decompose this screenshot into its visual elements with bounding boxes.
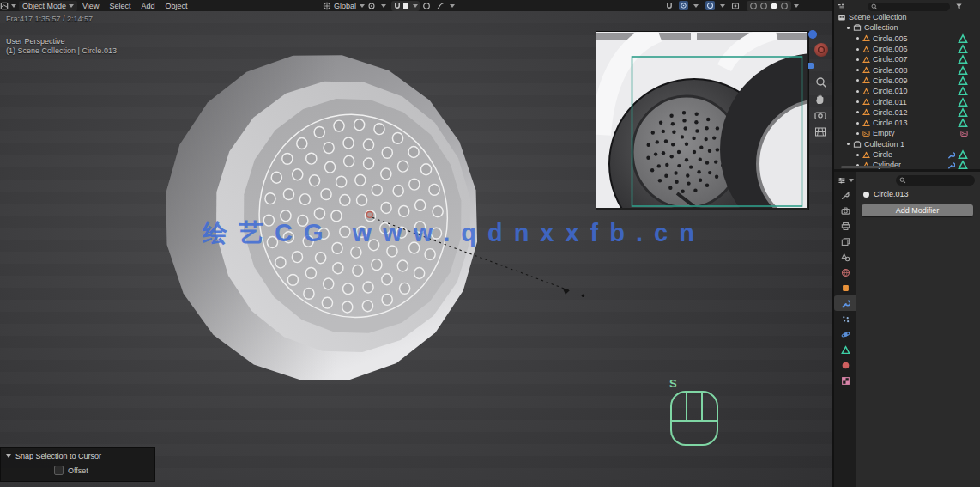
outliner-editor-icon[interactable]	[837, 3, 845, 11]
outliner-row-circle-011[interactable]: Circle.011	[834, 96, 980, 107]
mesh-data-icon[interactable]	[958, 107, 968, 118]
mesh-data-icon[interactable]	[958, 44, 968, 54]
tab-output[interactable]	[834, 218, 856, 234]
disclosure-dot[interactable]	[856, 90, 859, 93]
wrench-icon	[841, 299, 850, 308]
mesh-data-icon[interactable]	[958, 86, 968, 96]
tab-tool[interactable]	[834, 187, 856, 203]
tab-texture[interactable]	[834, 373, 856, 388]
add-modifier-button[interactable]: Add Modifier	[862, 204, 973, 216]
tab-particles[interactable]	[834, 311, 856, 326]
outliner-row-circle-006[interactable]: Circle.006	[834, 44, 980, 54]
menu-select[interactable]: Select	[109, 2, 130, 10]
image-data-icon[interactable]	[960, 130, 968, 137]
tab-scene[interactable]	[834, 249, 856, 265]
disclosure-dot[interactable]	[856, 79, 859, 82]
3d-viewport[interactable]: Fra:417 1:35:57 / 2:14:57 User Perspecti…	[0, 11, 832, 487]
disclosure-dot[interactable]	[856, 111, 859, 113]
transform-orientation-icon[interactable]	[323, 2, 331, 10]
mesh-data-icon[interactable]	[958, 149, 968, 160]
axis-gizmo-blue[interactable]	[808, 30, 817, 39]
outliner-search-input[interactable]	[868, 3, 950, 11]
outliner-row-collection[interactable]: Collection	[834, 22, 980, 33]
axis-gizmo-red[interactable]	[814, 43, 828, 57]
snap-magnet-icon[interactable]	[665, 2, 674, 10]
camera-view-dot[interactable]	[808, 63, 814, 69]
menu-object[interactable]: Object	[165, 2, 187, 10]
properties-editor-icon[interactable]	[838, 176, 846, 185]
disclosure-dot[interactable]	[856, 48, 859, 51]
xray-toggle-icon[interactable]	[731, 2, 740, 10]
tab-modifiers[interactable]	[834, 295, 856, 311]
disclosure-dot[interactable]	[856, 100, 859, 103]
filter-icon[interactable]	[955, 3, 963, 10]
disclosure-dot[interactable]	[856, 69, 859, 71]
mesh-data-icon[interactable]	[958, 118, 968, 128]
properties-search-input[interactable]	[896, 175, 975, 186]
shading-wireframe-icon[interactable]	[749, 2, 758, 10]
disclosure-dot[interactable]	[856, 122, 859, 125]
outliner-row-circle-010[interactable]: Circle.010	[834, 86, 980, 96]
mesh-data-icon[interactable]	[958, 33, 968, 44]
mesh-data-icon[interactable]	[958, 76, 968, 86]
shading-material-preview-icon[interactable]	[770, 2, 778, 10]
zoom-icon[interactable]	[817, 78, 826, 88]
mesh-data-icon[interactable]	[958, 54, 968, 64]
redo-panel-header[interactable]: Snap Selection to Cursor	[1, 448, 154, 462]
tab-object-data[interactable]	[834, 342, 856, 357]
mesh-data-icon[interactable]	[958, 97, 968, 107]
outliner-row-circle-007[interactable]: Circle.007	[834, 54, 980, 64]
outliner-row-circle-008[interactable]: Circle.008	[834, 64, 980, 75]
modifier-icon[interactable]	[947, 151, 955, 159]
tab-render[interactable]	[834, 203, 856, 218]
orientation-label[interactable]: Global	[334, 2, 356, 10]
outliner-row-circle-012[interactable]: Circle.012	[834, 107, 980, 118]
screencast-key: S	[669, 377, 677, 390]
properties-content: Circle.013 Add Modifier	[856, 172, 980, 487]
pan-hand-icon[interactable]	[816, 94, 823, 104]
gizmo-toggle-icon[interactable]	[679, 1, 688, 10]
viewport-editor-icon[interactable]	[0, 2, 9, 10]
disclosure-dot[interactable]	[856, 37, 859, 40]
tab-physics[interactable]	[834, 326, 856, 342]
outliner-row-circle[interactable]: Circle	[834, 149, 980, 160]
tab-material[interactable]	[834, 357, 856, 373]
shading-rendered-icon[interactable]	[780, 2, 789, 10]
snap-target-icon[interactable]	[402, 2, 410, 10]
perspective-grid-icon[interactable]	[816, 128, 826, 136]
menu-add[interactable]: Add	[141, 2, 154, 10]
offset-checkbox[interactable]	[54, 466, 64, 475]
modifier-icon[interactable]	[947, 161, 955, 169]
right-sidebar: Scene CollectionCollectionCircle.005Circ…	[832, 0, 980, 487]
outliner-row-empty[interactable]: Empty	[834, 128, 980, 138]
outliner-row-circle-009[interactable]: Circle.009	[834, 76, 980, 86]
outliner-row-collection-1[interactable]: Collection 1	[834, 139, 980, 149]
disclosure-dot[interactable]	[847, 27, 850, 29]
active-object-label: (1) Scene Collection | Circle.013	[6, 46, 117, 55]
mesh-data-icon[interactable]	[958, 65, 968, 76]
falloff-icon[interactable]	[436, 2, 445, 10]
mouse-icon	[671, 392, 717, 445]
pivot-point-icon[interactable]	[367, 2, 376, 10]
proportional-editing-icon[interactable]	[422, 2, 431, 10]
tab-object[interactable]	[834, 280, 856, 295]
disclosure-dot[interactable]	[856, 132, 859, 135]
mesh-data-icon[interactable]	[958, 160, 968, 169]
disclosure-dot[interactable]	[856, 58, 859, 61]
snap-magnet-icon[interactable]	[393, 2, 402, 10]
tab-world[interactable]	[834, 265, 856, 280]
mode-dropdown[interactable]: Object Mode	[19, 1, 77, 11]
tab-view-layer[interactable]	[834, 234, 856, 249]
overlays-toggle-icon[interactable]	[705, 1, 715, 10]
outliner-scrollbar[interactable]	[841, 166, 891, 168]
outliner-row-circle-005[interactable]: Circle.005	[834, 33, 980, 44]
camera-icon[interactable]	[815, 113, 826, 119]
mesh-icon	[862, 151, 870, 159]
outliner-row-circle-013[interactable]: Circle.013	[834, 118, 980, 128]
menu-view[interactable]: View	[82, 2, 99, 10]
disclosure-dot[interactable]	[856, 154, 859, 156]
chevron-down-icon	[69, 4, 74, 8]
shading-solid-icon[interactable]	[759, 2, 768, 10]
outliner-row-scene-collection[interactable]: Scene Collection	[834, 12, 980, 22]
disclosure-dot[interactable]	[847, 143, 850, 145]
